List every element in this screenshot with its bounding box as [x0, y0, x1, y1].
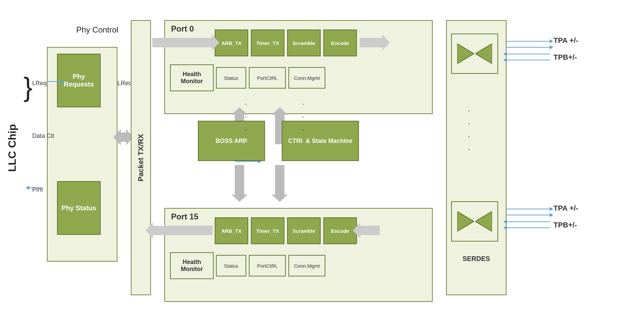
- port0-tx-arrow: [360, 38, 383, 47]
- ctrl-state-box: CTRL & State Machine: [282, 121, 359, 161]
- llc-brace: }: [23, 74, 33, 101]
- port15-health-monitor: Health Monitor: [170, 252, 214, 279]
- data-ctl-text: Data Ctl: [32, 132, 54, 140]
- svg-marker-0: [457, 44, 474, 64]
- port0-from-packet-arrow: [152, 38, 213, 47]
- port15-rx-arrow: [360, 226, 380, 235]
- port15-encode: Encode: [323, 217, 357, 244]
- port15-timer-tx: Timer_TX: [251, 217, 284, 244]
- tpa-top-label: TPA +/-: [553, 36, 578, 45]
- lreq-text: LReq: [32, 80, 47, 87]
- lreq-arrow: [235, 161, 258, 162]
- lreq-label: LReq: [117, 80, 132, 87]
- tpa-top-arrow3: [506, 54, 550, 54]
- tpa-top-arrow1: [506, 41, 550, 42]
- port0-portctrl: PortCtRL: [249, 67, 286, 89]
- port0-scramble: Scramble: [287, 30, 321, 56]
- ctrl-to-port15-arrow: [275, 165, 284, 195]
- svg-marker-3: [475, 211, 492, 231]
- serdes-top-box: [451, 34, 498, 74]
- port15-scramble: Scramble: [287, 217, 321, 244]
- port15-status: Status: [216, 255, 246, 276]
- serdes-bot-box: [451, 201, 498, 242]
- port0-timer-tx: Timer_TX: [251, 30, 284, 56]
- port0-status: Status: [216, 67, 246, 89]
- tpb-bot-label: TPB+/-: [553, 221, 577, 229]
- lreq-arrow: [48, 81, 61, 82]
- port0-label: Port 0: [171, 24, 194, 34]
- port15-arb-tx: ARB_TX: [215, 217, 248, 244]
- port15-to-packet-arrow: [152, 226, 213, 235]
- boss-to-port15-arrow: [235, 165, 244, 195]
- port0-health-monitor: Health Monitor: [170, 64, 214, 91]
- packet-label: Packet TX/RX: [131, 20, 151, 295]
- pint-arrow: [29, 188, 42, 188]
- tpb-top-label: TPB+/-: [553, 53, 577, 62]
- tpb-top-arrow1: [506, 60, 550, 60]
- phy-control-label: Phy Control: [67, 25, 127, 35]
- svg-marker-2: [457, 211, 474, 231]
- tpa-bot-arrow2: [506, 215, 550, 215]
- tpb-bot-arrow1: [506, 227, 550, 228]
- dots-top2: ····: [302, 97, 304, 149]
- port0-encode: Encode: [323, 30, 357, 56]
- phy-status-box: Phy Status: [57, 181, 101, 235]
- port15-label: Port 15: [171, 212, 198, 221]
- port15-conn-mgmt: Conn.Mgmt: [288, 255, 325, 276]
- tpa-bot-label: TPA +/-: [553, 204, 578, 213]
- svg-marker-1: [475, 44, 492, 64]
- port0-arb-tx: ARB_TX: [215, 30, 248, 56]
- tpa-bot-arrow3: [506, 221, 550, 222]
- tpa-bot-arrow1: [506, 209, 550, 209]
- data-ctl-arrow: [120, 132, 127, 142]
- serdes-dots: ····: [468, 104, 470, 156]
- tpa-top-arrow2: [506, 47, 550, 48]
- port15-portctrl: PortCtRL: [249, 255, 286, 276]
- dots-top: ····: [245, 97, 247, 149]
- llc-chip-label: LLC Chip: [6, 124, 18, 172]
- serdes-label: SERDES: [449, 255, 503, 263]
- boss-arb-box: BOSS ARB: [198, 121, 265, 161]
- port0-conn-mgmt: Conn.Mgmt: [288, 67, 325, 89]
